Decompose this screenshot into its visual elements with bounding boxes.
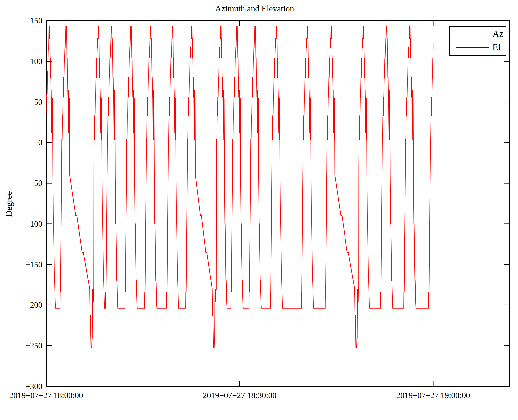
legend-entry-az: Az [450, 28, 506, 40]
y-tick-label: 150 [0, 16, 42, 26]
legend-entry-el: El [450, 41, 506, 54]
y-tick-label: −300 [0, 381, 42, 391]
x-tick-label: 2019−07−27 18:00:00 [9, 391, 83, 400]
y-tick-label: −150 [0, 260, 42, 270]
y-tick-label: 50 [0, 97, 42, 107]
plot-area-svg [0, 0, 518, 420]
az-series-line [46, 26, 433, 347]
y-tick-label: −50 [0, 178, 42, 188]
legend-swatch-az-line [456, 34, 489, 34]
x-tick-label: 2019−07−27 18:30:00 [203, 391, 277, 400]
x-tick-label: 2019−07−27 19:00:00 [396, 391, 470, 400]
y-tick-label: −100 [0, 219, 42, 229]
legend: Az El [449, 26, 506, 56]
y-tick-label: −250 [0, 341, 42, 351]
legend-label-el: El [492, 42, 501, 53]
y-tick-label: 0 [0, 138, 42, 147]
legend-swatch-el-line [456, 47, 489, 48]
y-tick-label: 100 [0, 56, 42, 66]
y-tick-label: −200 [0, 300, 42, 310]
legend-label-az: Az [492, 28, 503, 39]
